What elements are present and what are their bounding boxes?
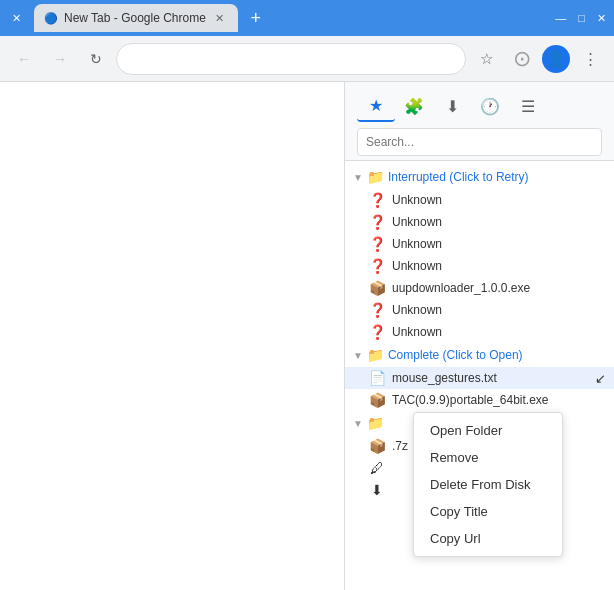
item-name: Unknown bbox=[392, 215, 606, 229]
list-item[interactable]: ❓ Unknown bbox=[345, 321, 614, 343]
chevron-interrupted-icon: ▼ bbox=[353, 172, 363, 183]
item-icon: ❓ bbox=[369, 258, 386, 274]
group-interrupted-label: Interrupted (Click to Retry) bbox=[388, 170, 529, 184]
list-item[interactable]: ❓ Unknown bbox=[345, 189, 614, 211]
title-bar: ✕ 🔵 New Tab - Google Chrome ✕ + — □ ✕ bbox=[0, 0, 614, 36]
item-icon: ⬇ bbox=[369, 482, 385, 498]
tab-reading[interactable]: ☰ bbox=[509, 90, 547, 122]
group-complete[interactable]: ▼ 📁 Complete (Click to Open) bbox=[345, 343, 614, 367]
account-icon: 👤 bbox=[546, 49, 566, 68]
back-button[interactable]: ← bbox=[8, 43, 40, 75]
item-icon: 📦 bbox=[369, 280, 386, 296]
menu-button[interactable]: ⋮ bbox=[574, 43, 606, 75]
new-tab-button[interactable]: + bbox=[242, 4, 270, 32]
tab-x-button[interactable]: ✕ bbox=[212, 10, 228, 26]
downloads-panel: ★ 🧩 ⬇ 🕐 ☰ bbox=[344, 82, 614, 590]
item-icon: ❓ bbox=[369, 236, 386, 252]
star-icon: ☆ bbox=[480, 50, 493, 68]
context-menu-item-remove[interactable]: Remove bbox=[414, 444, 562, 471]
context-menu-item-delete-from-disk[interactable]: Delete From Disk bbox=[414, 471, 562, 498]
item-icon: ❓ bbox=[369, 192, 386, 208]
profile-icon: ⊙ bbox=[513, 46, 531, 72]
item-name: mouse_gestures.txt bbox=[392, 371, 606, 385]
item-name: Unknown bbox=[392, 259, 606, 273]
tab-bookmarks[interactable]: ★ bbox=[357, 90, 395, 122]
forward-button[interactable]: → bbox=[44, 43, 76, 75]
list-item[interactable]: ❓ Unknown bbox=[345, 299, 614, 321]
minimize-button[interactable]: — bbox=[555, 12, 566, 24]
reload-button[interactable]: ↻ bbox=[80, 43, 112, 75]
tab-favicon: 🔵 bbox=[44, 12, 58, 25]
puzzle-tab-icon: 🧩 bbox=[404, 97, 424, 116]
toolbar: ← → ↻ ☆ ⊙ 👤 ⋮ bbox=[0, 36, 614, 82]
item-icon: ❓ bbox=[369, 214, 386, 230]
chevron-complete-icon: ▼ bbox=[353, 350, 363, 361]
item-name: Unknown bbox=[392, 237, 606, 251]
tab-history[interactable]: 🕐 bbox=[471, 90, 509, 122]
downloads-search-input[interactable] bbox=[357, 128, 602, 156]
history-tab-icon: 🕐 bbox=[480, 97, 500, 116]
copy-title-label: Copy Title bbox=[430, 504, 488, 519]
folder-extra-icon: 📁 bbox=[367, 415, 384, 431]
chevron-extra-icon: ▼ bbox=[353, 418, 363, 429]
copy-url-label: Copy Url bbox=[430, 531, 481, 546]
profile-circle-button[interactable]: ⊙ bbox=[506, 43, 538, 75]
folder-interrupted-icon: 📁 bbox=[367, 169, 384, 185]
context-menu: Open Folder Remove Delete From Disk Copy… bbox=[413, 412, 563, 557]
item-icon: ❓ bbox=[369, 324, 386, 340]
item-icon: 📄 bbox=[369, 370, 386, 386]
item-name: TAC(0.9.9)portable_64bit.exe bbox=[392, 393, 606, 407]
reload-icon: ↻ bbox=[90, 51, 102, 67]
star-tab-icon: ★ bbox=[369, 96, 383, 115]
downloads-toolbar: ★ 🧩 ⬇ 🕐 ☰ bbox=[345, 82, 614, 161]
tab-downloads[interactable]: ⬇ bbox=[433, 90, 471, 122]
list-item-mouse-gestures[interactable]: 📄 mouse_gestures.txt ↙ bbox=[345, 367, 614, 389]
forward-icon: → bbox=[53, 51, 67, 67]
item-icon: 📦 bbox=[369, 438, 386, 454]
toolbar-right-buttons: ☆ ⊙ 👤 ⋮ bbox=[470, 43, 606, 75]
item-name: Unknown bbox=[392, 193, 606, 207]
item-icon: ❓ bbox=[369, 302, 386, 318]
download-tab-icon: ⬇ bbox=[446, 97, 459, 116]
back-icon: ← bbox=[17, 51, 31, 67]
item-name: Unknown bbox=[392, 325, 606, 339]
context-menu-item-copy-url[interactable]: Copy Url bbox=[414, 525, 562, 552]
reading-tab-icon: ☰ bbox=[521, 97, 535, 116]
window-controls: — □ ✕ bbox=[555, 12, 606, 25]
list-item-tac[interactable]: 📦 TAC(0.9.9)portable_64bit.exe bbox=[345, 389, 614, 411]
chrome-window: ✕ 🔵 New Tab - Google Chrome ✕ + — □ ✕ ← … bbox=[0, 0, 614, 590]
delete-from-disk-label: Delete From Disk bbox=[430, 477, 530, 492]
item-icon: 🖊 bbox=[369, 460, 385, 476]
list-item[interactable]: 📦 uupdownloader_1.0.0.exe bbox=[345, 277, 614, 299]
cursor-icon: ↙ bbox=[595, 371, 606, 386]
context-menu-item-open-folder[interactable]: Open Folder bbox=[414, 417, 562, 444]
account-button[interactable]: 👤 bbox=[542, 45, 570, 73]
group-interrupted[interactable]: ▼ 📁 Interrupted (Click to Retry) bbox=[345, 165, 614, 189]
list-item[interactable]: ❓ Unknown bbox=[345, 233, 614, 255]
tab-title: New Tab - Google Chrome bbox=[64, 11, 206, 25]
context-menu-item-copy-title[interactable]: Copy Title bbox=[414, 498, 562, 525]
active-tab[interactable]: 🔵 New Tab - Google Chrome ✕ bbox=[34, 4, 238, 32]
open-folder-label: Open Folder bbox=[430, 423, 502, 438]
star-button[interactable]: ☆ bbox=[470, 43, 502, 75]
downloads-tab-icons: ★ 🧩 ⬇ 🕐 ☰ bbox=[357, 90, 602, 122]
address-bar[interactable] bbox=[116, 43, 466, 75]
menu-icon: ⋮ bbox=[583, 50, 598, 68]
item-icon: 📦 bbox=[369, 392, 386, 408]
list-item[interactable]: ❓ Unknown bbox=[345, 211, 614, 233]
remove-label: Remove bbox=[430, 450, 478, 465]
tab-extensions[interactable]: 🧩 bbox=[395, 90, 433, 122]
list-item[interactable]: ❓ Unknown bbox=[345, 255, 614, 277]
content-area: ★ 🧩 ⬇ 🕐 ☰ bbox=[0, 82, 614, 590]
item-name: Unknown bbox=[392, 303, 606, 317]
maximize-button[interactable]: □ bbox=[578, 12, 585, 24]
item-name: uupdownloader_1.0.0.exe bbox=[392, 281, 606, 295]
folder-complete-icon: 📁 bbox=[367, 347, 384, 363]
address-input[interactable] bbox=[129, 51, 453, 66]
group-complete-label: Complete (Click to Open) bbox=[388, 348, 523, 362]
close-button[interactable]: ✕ bbox=[597, 12, 606, 25]
tab-close-button[interactable]: ✕ bbox=[8, 10, 24, 26]
